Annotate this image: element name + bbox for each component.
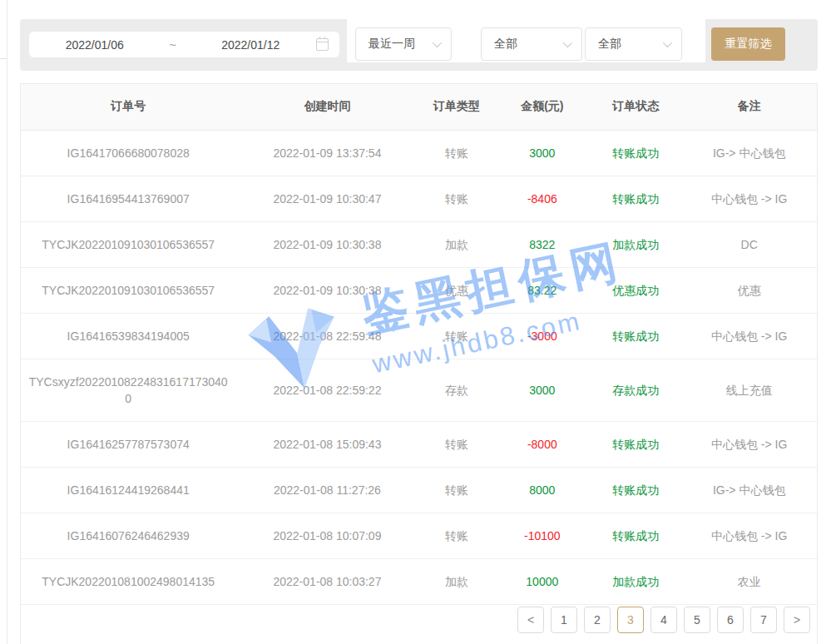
table-row: TYCJK2022010910301065365572022-01-09 10:… xyxy=(21,221,817,267)
reset-filter-button[interactable]: 重置筛选 xyxy=(711,27,785,61)
period-select-value: 最近一周 xyxy=(369,37,415,52)
cell-order-type: 转账 xyxy=(418,467,494,513)
table-header-row: 订单号创建时间订单类型金额(元)订单状态备注 xyxy=(21,84,817,130)
cell-remark: DC xyxy=(681,221,817,267)
cell-order-status: 存款成功 xyxy=(590,359,681,421)
order-table: 订单号创建时间订单类型金额(元)订单状态备注 IG164170666800780… xyxy=(21,84,817,605)
cell-order-type: 转账 xyxy=(418,513,494,558)
cell-amount: -3000 xyxy=(494,313,590,359)
cell-order-type: 转账 xyxy=(418,176,494,221)
cell-created-at: 2022-01-08 10:03:27 xyxy=(235,558,418,604)
cell-order-id: TYCJK202201091030106536557 xyxy=(21,221,235,267)
cell-order-status: 转账成功 xyxy=(590,130,681,176)
cell-created-at: 2022-01-08 22:59:48 xyxy=(235,313,418,359)
chevron-down-icon xyxy=(663,38,672,47)
cell-amount: 8000 xyxy=(494,467,590,513)
cell-order-id: IG16416257787573074 xyxy=(21,421,235,467)
cell-created-at: 2022-01-09 10:30:38 xyxy=(235,221,418,267)
column-header-5: 备注 xyxy=(681,84,817,130)
order-status-select-value: 全部 xyxy=(598,37,621,52)
cell-order-status: 转账成功 xyxy=(590,513,681,558)
cell-order-id: TYCJK202201081002498014135 xyxy=(21,558,235,604)
cell-order-type: 加款 xyxy=(418,558,494,604)
column-header-1: 创建时间 xyxy=(235,84,418,130)
page-button-4[interactable]: 4 xyxy=(650,607,677,633)
cell-order-type: 转账 xyxy=(418,421,494,467)
cell-order-status: 转账成功 xyxy=(590,421,681,467)
table-row: IG164165398341940052022-01-08 22:59:48转账… xyxy=(21,313,817,359)
table-row: IG164160762464629392022-01-08 10:07:09转账… xyxy=(21,513,817,558)
cell-order-status: 加款成功 xyxy=(590,221,681,267)
cell-order-id: TYCsxyzf202201082248316171730400 xyxy=(21,359,235,421)
cell-order-status: 转账成功 xyxy=(590,467,681,513)
next-page-button[interactable]: > xyxy=(784,607,810,633)
date-start-value[interactable]: 2022/01/06 xyxy=(29,38,161,52)
column-header-2: 订单类型 xyxy=(418,84,494,130)
page-button-2[interactable]: 2 xyxy=(584,607,611,633)
chevron-down-icon xyxy=(563,38,572,47)
prev-page-button[interactable]: < xyxy=(517,607,544,633)
cell-amount: 8322 xyxy=(494,221,590,267)
cell-remark: 中心钱包 -> IG xyxy=(681,313,817,359)
cell-amount: -8000 xyxy=(494,421,590,467)
cell-remark: 中心钱包 -> IG xyxy=(681,176,817,221)
table-row: TYCsxyzf2022010822483161717304002022-01-… xyxy=(21,359,817,421)
calendar-icon xyxy=(316,38,329,51)
page-left-divider xyxy=(7,0,7,644)
cell-created-at: 2022-01-08 15:09:43 xyxy=(235,421,418,467)
column-header-0: 订单号 xyxy=(21,84,235,130)
order-type-select[interactable]: 全部 xyxy=(481,27,582,61)
table-row: TYCJK2022010910301065365572022-01-09 10:… xyxy=(21,267,817,313)
cell-order-id: TYCJK202201091030106536557 xyxy=(21,267,235,313)
cell-created-at: 2022-01-09 13:37:54 xyxy=(235,130,418,176)
cell-order-type: 转账 xyxy=(418,130,494,176)
date-separator: ~ xyxy=(161,38,185,52)
date-range-input[interactable]: 2022/01/06 ~ 2022/01/12 xyxy=(29,32,339,57)
date-end-value[interactable]: 2022/01/12 xyxy=(185,38,317,52)
cell-created-at: 2022-01-09 10:30:38 xyxy=(235,267,418,313)
cell-order-status: 优惠成功 xyxy=(590,267,681,313)
page-button-3[interactable]: 3 xyxy=(617,607,644,633)
cell-order-type: 加款 xyxy=(418,221,494,267)
page-button-5[interactable]: 5 xyxy=(684,607,710,633)
table-row: IG164169544137690072022-01-09 10:30:47转账… xyxy=(21,176,817,221)
column-header-3: 金额(元) xyxy=(494,84,590,130)
page-left-tick xyxy=(0,58,7,59)
page-button-7[interactable]: 7 xyxy=(750,607,777,633)
cell-created-at: 2022-01-08 10:07:09 xyxy=(235,513,418,558)
cell-created-at: 2022-01-08 11:27:26 xyxy=(235,467,418,513)
cell-remark: 线上充值 xyxy=(681,359,817,421)
cell-remark: 优惠 xyxy=(681,267,817,313)
cell-amount: 83.22 xyxy=(494,267,590,313)
cell-remark: IG-> 中心钱包 xyxy=(681,130,817,176)
cell-order-type: 优惠 xyxy=(418,267,494,313)
cell-order-id: IG16416124419268441 xyxy=(21,467,235,513)
cell-amount: -10100 xyxy=(494,513,590,558)
cell-order-status: 转账成功 xyxy=(590,176,681,221)
cell-order-status: 转账成功 xyxy=(590,313,681,359)
table-row: IG164162577875730742022-01-08 15:09:43转账… xyxy=(21,421,817,467)
order-status-select[interactable]: 全部 xyxy=(585,27,682,61)
cell-remark: IG-> 中心钱包 xyxy=(681,467,817,513)
cell-order-id: IG16417066680078028 xyxy=(21,130,235,176)
pagination: <1234567> xyxy=(517,595,810,644)
page-button-6[interactable]: 6 xyxy=(717,607,744,633)
cell-order-id: IG16416954413769007 xyxy=(21,176,235,221)
page-button-1[interactable]: 1 xyxy=(551,607,577,633)
cell-order-type: 存款 xyxy=(418,359,494,421)
cell-created-at: 2022-01-09 10:30:47 xyxy=(235,176,418,221)
cell-amount: 3000 xyxy=(494,359,590,421)
order-table-body: IG164170666800780282022-01-09 13:37:54转账… xyxy=(21,130,817,604)
order-table-card: 订单号创建时间订单类型金额(元)订单状态备注 IG164170666800780… xyxy=(20,83,818,644)
cell-order-type: 转账 xyxy=(418,313,494,359)
period-select[interactable]: 最近一周 xyxy=(355,27,452,61)
cell-created-at: 2022-01-08 22:59:22 xyxy=(235,359,418,421)
chevron-down-icon xyxy=(433,38,442,47)
table-row: IG164161244192684412022-01-08 11:27:26转账… xyxy=(21,467,817,513)
filter-bar: 2022/01/06 ~ 2022/01/12 最近一周 全部 全部 重置筛选 xyxy=(20,19,818,71)
cell-remark: 中心钱包 -> IG xyxy=(681,421,817,467)
cell-order-id: IG16416076246462939 xyxy=(21,513,235,558)
cell-remark: 中心钱包 -> IG xyxy=(681,513,817,558)
cell-amount: -8406 xyxy=(494,176,590,221)
column-header-4: 订单状态 xyxy=(590,84,681,130)
